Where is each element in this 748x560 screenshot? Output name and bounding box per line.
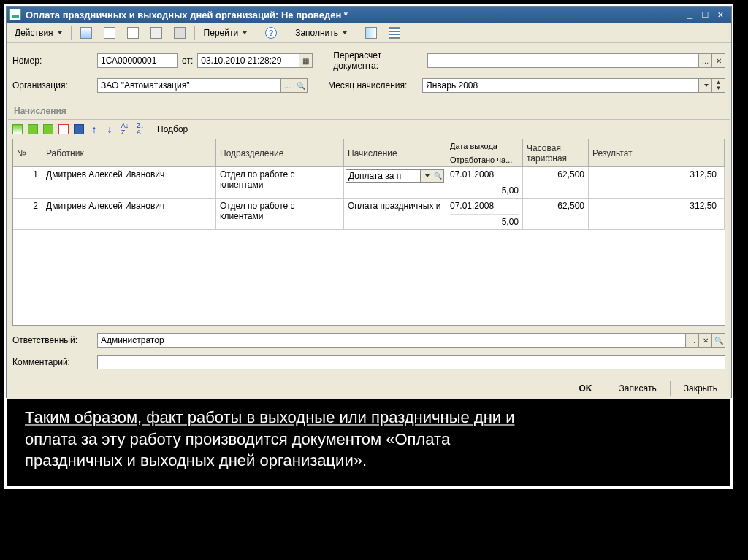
move-down-button[interactable]: ↓ [103, 123, 116, 136]
col-header-result[interactable]: Результат [589, 139, 725, 167]
col-header-worked-hours: Отработано ча... [446, 153, 522, 166]
edit-row-button[interactable] [42, 123, 55, 136]
date-input[interactable] [197, 53, 299, 68]
accrual-dropdown-button[interactable] [421, 169, 432, 183]
help-icon: ? [265, 27, 277, 39]
tb-struct-button[interactable] [169, 25, 191, 41]
org-input[interactable] [97, 78, 281, 93]
tb-print-button[interactable] [145, 25, 167, 41]
maximize-button[interactable]: □ [698, 8, 713, 21]
fill-label: Заполнить [295, 28, 338, 38]
chevron-down-icon [243, 31, 247, 34]
copy-row-button[interactable] [26, 123, 39, 136]
document-icon [9, 9, 21, 20]
col-header-accrual[interactable]: Начисление [344, 139, 446, 167]
recalc-select-button[interactable]: … [699, 53, 712, 68]
responsible-select-button[interactable]: … [686, 333, 699, 348]
minimize-button[interactable]: _ [682, 8, 698, 21]
help-button[interactable]: ? [260, 25, 282, 41]
responsible-search-button[interactable]: 🔍 [712, 333, 725, 348]
month-label: Месяц начисления: [312, 80, 418, 91]
calendar-button[interactable]: ▦ [299, 53, 313, 68]
save-button[interactable]: Записать [610, 380, 666, 396]
goto-label: Перейти [204, 28, 239, 38]
bottom-fields: Ответственный: … ✕ 🔍 Комментарий: [7, 326, 731, 377]
cell-date-out: 07.01.2008 [450, 201, 519, 215]
col-header-date-out: Дата выхода [446, 139, 522, 153]
comment-input[interactable] [97, 355, 725, 369]
cell-date-stack: 07.01.2008 5,00 [446, 167, 523, 198]
from-label: от: [182, 55, 193, 66]
document-window: Оплата праздничных и выходных дней орган… [6, 6, 732, 399]
cell-worked-hours: 5,00 [450, 185, 519, 196]
add-row-button[interactable] [11, 123, 24, 136]
save-row-button[interactable] [72, 123, 85, 136]
delete-row-button[interactable] [57, 123, 70, 136]
add-row-icon [12, 124, 23, 134]
main-toolbar: Действия Перейти ? Заполнить [7, 23, 731, 43]
selection-button[interactable]: Подбор [152, 121, 193, 137]
cell-date-stack: 07.01.2008 5,00 [446, 199, 523, 229]
tb-register-button[interactable] [122, 25, 144, 41]
calendar-icon: ▦ [302, 57, 309, 65]
chevron-down-icon [704, 84, 709, 87]
register-icon [127, 27, 139, 39]
table-row[interactable]: 1 Дмитриев Алексей Иванович Отдел по раб… [13, 167, 725, 199]
cell-result: 312,50 [589, 199, 725, 229]
grid-toolbar: ↑ ↓ A↓Z Z↓A Подбор [7, 120, 731, 139]
col-header-employee[interactable]: Работник [42, 139, 216, 167]
org-select-button[interactable]: … [281, 78, 294, 93]
org-search-button[interactable]: 🔍 [294, 78, 308, 93]
number-input[interactable] [97, 53, 178, 68]
accrual-value: Доплата за п [346, 169, 421, 183]
cell-rate: 62,500 [523, 167, 589, 198]
accruals-grid: № Работник Подразделение Начисление Дата… [12, 139, 725, 326]
titlebar: Оплата праздничных и выходных дней орган… [7, 7, 731, 23]
sort-asc-button[interactable]: A↓Z [118, 123, 131, 136]
table-row[interactable]: 2 Дмитриев Алексей Иванович Отдел по раб… [13, 199, 725, 230]
cell-num: 1 [13, 167, 42, 198]
month-dropdown-button[interactable] [699, 78, 712, 93]
col-header-num[interactable]: № [13, 139, 42, 167]
recalc-input[interactable] [427, 53, 699, 68]
caption-line1: Таким образом, факт работы в выходные ил… [25, 408, 514, 426]
move-up-button[interactable]: ↑ [88, 123, 101, 136]
actions-menu[interactable]: Действия [9, 25, 67, 41]
close-button[interactable]: ✕ [713, 8, 728, 21]
sort-desc-icon: Z↓A [137, 123, 144, 136]
arrow-up-icon: ↑ [92, 123, 97, 135]
close-button-footer[interactable]: Закрыть [674, 380, 727, 396]
form-header: Номер: от: ▦ Перерасчет документа: … ✕ О… [7, 43, 731, 104]
number-label: Номер: [12, 55, 93, 66]
tb-post-button[interactable] [75, 25, 97, 41]
month-input[interactable] [422, 78, 699, 93]
cell-accrual: Оплата праздничных и [344, 199, 446, 229]
search-icon: 🔍 [297, 82, 305, 90]
goto-menu[interactable]: Перейти [199, 25, 253, 41]
cell-result: 312,50 [589, 167, 725, 198]
spinner-icon: ▲▼ [716, 80, 722, 91]
grid-body: 1 Дмитриев Алексей Иванович Отдел по раб… [13, 167, 725, 325]
caption-line2: оплата за эту работу производится докуме… [25, 430, 450, 448]
col-header-date-stack[interactable]: Дата выхода Отработано ча... [446, 139, 523, 167]
month-spinner-button[interactable]: ▲▼ [712, 78, 725, 93]
dialog-footer: OK Записать Закрыть [7, 377, 731, 399]
ok-button[interactable]: OK [570, 380, 602, 396]
tb-settings-button[interactable] [360, 25, 382, 41]
col-header-department[interactable]: Подразделение [216, 139, 344, 167]
cell-employee: Дмитриев Алексей Иванович [42, 199, 216, 229]
chevron-down-icon [343, 31, 347, 34]
fill-menu[interactable]: Заполнить [290, 25, 352, 41]
recalc-clear-button[interactable]: ✕ [712, 53, 725, 68]
col-header-rate[interactable]: Часовая тарифная [523, 139, 589, 167]
cell-accrual[interactable]: Доплата за п 🔍 [344, 167, 446, 198]
tb-refresh-button[interactable] [99, 25, 121, 41]
tb-list-button[interactable] [383, 25, 405, 41]
struct-icon [174, 27, 186, 39]
comment-label: Комментарий: [12, 357, 93, 367]
accrual-search-button[interactable]: 🔍 [432, 169, 444, 183]
responsible-clear-button[interactable]: ✕ [699, 333, 712, 348]
arrow-down-icon: ↓ [107, 123, 112, 135]
sort-desc-button[interactable]: Z↓A [134, 123, 147, 136]
responsible-input[interactable] [97, 333, 686, 348]
